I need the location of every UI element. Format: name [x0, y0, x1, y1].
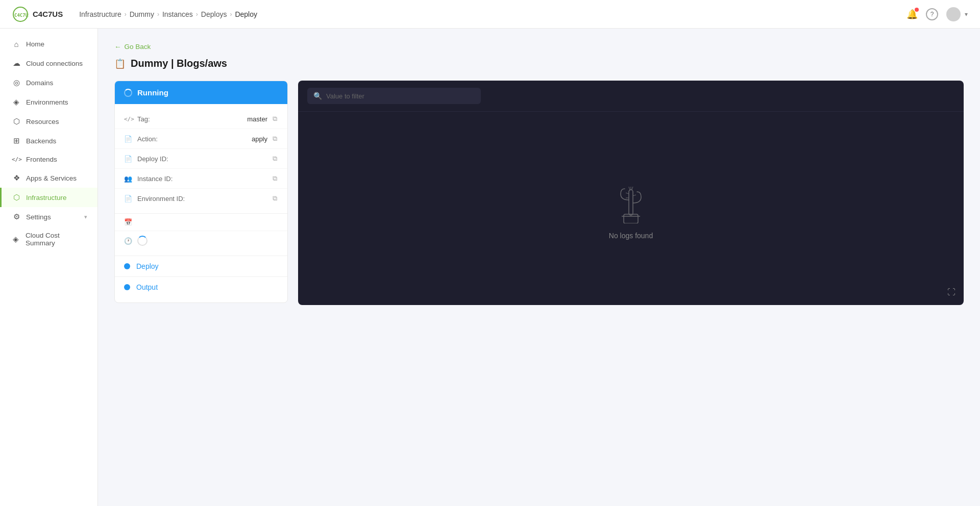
svg-line-8 — [629, 187, 630, 190]
cloud-cost-icon: ◈ — [12, 235, 20, 244]
infrastructure-icon: ⬡ — [12, 193, 21, 202]
sidebar-item-label: Frontends — [26, 156, 57, 163]
settings-icon: ⚙ — [12, 212, 21, 221]
sidebar: ⌂ Home ☁ Cloud connections ◎ Domains ◈ E… — [0, 29, 98, 506]
info-rows: </> Tag: master ⧉ 📄 Action: apply ⧉ � — [115, 104, 287, 213]
action-value: apply — [252, 135, 267, 143]
sidebar-item-cloud-connections[interactable]: ☁ Cloud connections — [0, 54, 97, 73]
tag-value: master — [247, 115, 267, 123]
sidebar-item-apps-services[interactable]: ❖ Apps & Services — [0, 168, 97, 188]
sidebar-item-environments[interactable]: ◈ Environments — [0, 92, 97, 112]
collapsible-sections: Deploy Output — [115, 250, 287, 302]
status-header: Running — [115, 81, 287, 104]
action-icon: 📄 — [124, 135, 132, 143]
instance-id-copy-button[interactable]: ⧉ — [272, 173, 278, 184]
sidebar-item-label: Resources — [26, 118, 59, 125]
environment-id-icon: 📄 — [124, 195, 132, 203]
svg-line-5 — [626, 193, 629, 194]
user-area[interactable]: ▾ — [946, 7, 968, 21]
environment-id-row: 📄 Environment ID: ⧉ — [115, 189, 287, 208]
logo-icon: C4C7US — [12, 6, 29, 22]
apps-services-icon: ❖ — [12, 173, 21, 183]
help-icon: ? — [930, 11, 934, 18]
deploy-id-label: Deploy ID: — [137, 155, 267, 163]
sidebar-item-settings[interactable]: ⚙ Settings ▾ — [0, 207, 97, 226]
resources-icon: ⬡ — [12, 117, 21, 126]
deploy-id-copy-button[interactable]: ⧉ — [272, 154, 278, 164]
go-back-label: Go Back — [125, 43, 151, 50]
home-icon: ⌂ — [12, 40, 21, 48]
sidebar-item-label: Infrastructure — [26, 194, 67, 201]
deploy-section-toggle[interactable]: Deploy — [115, 256, 287, 276]
avatar — [946, 7, 961, 21]
page-title: 📋 Dummy | Blogs/aws — [114, 58, 964, 69]
frontends-icon: </> — [12, 156, 21, 163]
tag-icon: </> — [124, 116, 132, 122]
deploy-id-icon: 📄 — [124, 155, 132, 163]
help-button[interactable]: ? — [926, 8, 938, 20]
sidebar-item-infrastructure[interactable]: ⬡ Infrastructure — [0, 188, 97, 207]
content-grid: Running </> Tag: master ⧉ 📄 Action: appl… — [114, 81, 964, 305]
sidebar-item-label: Cloud connections — [26, 60, 83, 67]
left-panel: Running </> Tag: master ⧉ 📄 Action: appl… — [114, 81, 288, 303]
header-left: C4C7US C4C7US Infrastructure › Dummy › I… — [12, 6, 257, 22]
breadcrumb-sep-2: › — [157, 11, 159, 18]
domains-icon: ◎ — [12, 78, 21, 87]
sidebar-item-home[interactable]: ⌂ Home — [0, 35, 97, 54]
logo-text: C4C7US — [33, 10, 63, 18]
sidebar-item-backends[interactable]: ⊞ Backends — [0, 131, 97, 150]
clock-icon: 🕐 — [124, 237, 132, 245]
breadcrumb-item-instances[interactable]: Instances — [162, 10, 193, 18]
sidebar-item-label: Domains — [26, 79, 53, 87]
tag-copy-button[interactable]: ⧉ — [272, 114, 278, 124]
instance-id-row: 👥 Instance ID: ⧉ — [115, 169, 287, 189]
action-copy-button[interactable]: ⧉ — [272, 134, 278, 144]
environments-icon: ◈ — [12, 97, 21, 107]
instance-id-label: Instance ID: — [137, 175, 267, 183]
instance-id-icon: 👥 — [124, 175, 132, 183]
go-back-link[interactable]: ← Go Back — [114, 43, 964, 50]
sidebar-item-cloud-cost-summary[interactable]: ◈ Cloud Cost Summary — [0, 226, 97, 252]
calendar-row: 📅 — [115, 213, 287, 231]
sidebar-item-label: Settings — [26, 213, 51, 221]
environment-id-label: Environment ID: — [137, 195, 267, 203]
chevron-down-icon: ▾ — [965, 11, 968, 18]
breadcrumb-sep-4: › — [230, 11, 232, 18]
cloud-icon: ☁ — [12, 59, 21, 68]
sidebar-item-label: Apps & Services — [26, 174, 77, 182]
deploy-status-dot — [124, 263, 130, 269]
sidebar-item-label: Cloud Cost Summary — [26, 232, 87, 247]
breadcrumb-item-dummy[interactable]: Dummy — [130, 10, 154, 18]
logo: C4C7US C4C7US — [12, 6, 63, 22]
cactus-illustration — [610, 178, 651, 223]
filter-input[interactable] — [326, 92, 475, 100]
logs-filter: 🔍 — [298, 81, 964, 112]
svg-rect-4 — [629, 190, 633, 215]
search-icon: 🔍 — [313, 92, 322, 100]
arrow-left-icon: ← — [114, 43, 121, 50]
breadcrumb-item-deploys[interactable]: Deploys — [201, 10, 227, 18]
logs-panel: 🔍 — [298, 81, 964, 305]
layout: ⌂ Home ☁ Cloud connections ◎ Domains ◈ E… — [0, 29, 980, 506]
sidebar-item-domains[interactable]: ◎ Domains — [0, 73, 97, 92]
deploy-id-row: 📄 Deploy ID: ⧉ — [115, 149, 287, 169]
sidebar-item-resources[interactable]: ⬡ Resources — [0, 112, 97, 131]
svg-line-7 — [633, 195, 636, 196]
running-spinner — [124, 89, 132, 97]
main-content: ← Go Back 📋 Dummy | Blogs/aws Running </… — [98, 29, 980, 506]
output-status-dot — [124, 284, 130, 290]
header-right: 🔔 ? ▾ — [906, 7, 968, 21]
breadcrumb-item-infrastructure[interactable]: Infrastructure — [79, 10, 121, 18]
sidebar-item-frontends[interactable]: </> Frontends — [0, 150, 97, 168]
breadcrumb-sep-3: › — [196, 11, 198, 18]
time-loading-spinner — [137, 236, 148, 246]
sidebar-item-label: Home — [26, 40, 44, 48]
environment-id-copy-button[interactable]: ⧉ — [272, 193, 278, 204]
breadcrumb: Infrastructure › Dummy › Instances › Dep… — [79, 10, 257, 18]
tag-label: Tag: — [137, 115, 247, 123]
output-section-toggle[interactable]: Output — [115, 276, 287, 297]
deploy-section-label: Deploy — [136, 262, 159, 270]
notification-button[interactable]: 🔔 — [906, 9, 918, 20]
output-section-label: Output — [136, 283, 158, 291]
logs-expand-button[interactable]: ⛶ — [947, 288, 955, 297]
